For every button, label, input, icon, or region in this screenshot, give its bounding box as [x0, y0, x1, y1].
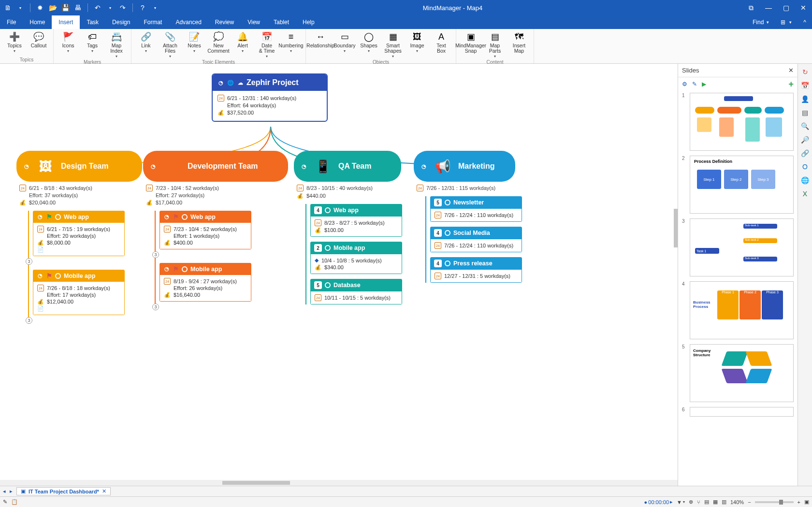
tab-home[interactable]: Home [23, 15, 52, 29]
slide-preview[interactable]: Task 1Sub-task 1Sub-task 2Sub-task 3 [690, 218, 794, 276]
branch-header[interactable]: ◔🖼Design Team [16, 151, 142, 182]
branch-header[interactable]: ◔📢Marketing [414, 151, 515, 182]
status-view3-icon[interactable]: ▥ [722, 499, 726, 505]
branch-development-team[interactable]: ◔Development Team247/23 - 10/4 : 52 work… [143, 151, 288, 314]
rail-outlook-icon[interactable]: O [800, 161, 811, 172]
canvas[interactable]: ◔ 🌐 ☁ Zephir Project 246/21 - 12/31 : 14… [0, 64, 678, 486]
find-button[interactable]: Find ▾ [747, 15, 775, 29]
rail-calendar-icon[interactable]: 📅 [800, 80, 811, 91]
numbering-button[interactable]: ≡Numbering▾ [279, 30, 303, 54]
slide-thumb-1[interactable]: 1 [682, 93, 794, 151]
slide-preview[interactable] [690, 407, 794, 417]
subtask-database[interactable]: 5Database2410/11 - 10/15 : 5 workday(s) [310, 279, 402, 304]
tab-file[interactable]: File [0, 15, 23, 29]
status-zoom-out-icon[interactable]: − [748, 499, 751, 505]
slide-thumb-6[interactable]: 6 [682, 407, 794, 417]
status-branch-icon[interactable]: ⑂ [697, 499, 700, 505]
expand-badge[interactable]: 3 [26, 317, 32, 324]
subtask-web-app[interactable]: 4Web app248/23 - 8/27 : 5 workday(s)💰$10… [310, 204, 402, 237]
subtask-web-app[interactable]: ◔⚑Web app246/21 - 7/15 : 19 workday(s)Ef… [33, 211, 125, 256]
newcomment-button[interactable]: 💭NewComment [207, 30, 230, 55]
smartshapes-button[interactable]: ▦SmartShapes▾ [381, 30, 405, 59]
tags-button[interactable]: 🏷Tags▾ [81, 30, 104, 54]
textbox-button[interactable]: ATextBox [430, 30, 453, 55]
slide-thumb-4[interactable]: 4Business ProcessPhase 1Phase 2Phase 3 [682, 281, 794, 339]
status-target-icon[interactable]: ⊕ [689, 499, 693, 505]
slide-thumb-3[interactable]: 3Task 1Sub-task 1Sub-task 2Sub-task 3 [682, 218, 794, 276]
minimize-icon[interactable]: — [763, 4, 774, 12]
snap-button[interactable]: ▣MindManagerSnap [459, 30, 482, 55]
slide-preview[interactable] [690, 93, 794, 151]
tab-task[interactable]: Task [80, 15, 105, 29]
tab-nav-right-icon[interactable]: ▸ [10, 488, 13, 494]
close-icon[interactable]: ✕ [798, 4, 809, 12]
image-button[interactable]: 🖼Image▾ [406, 30, 429, 54]
attach-button[interactable]: 📎AttachFiles▾ [159, 30, 182, 59]
branch-marketing[interactable]: ◔📢Marketing247/26 - 12/31 : 115 workday(… [414, 151, 515, 283]
play-icon[interactable]: ▶ [702, 81, 706, 87]
new-doc-icon[interactable]: 🗎 [3, 3, 13, 13]
insertmap-button[interactable]: 🗺InsertMap [508, 30, 531, 55]
slide-thumb-2[interactable]: 2Process DefinitionStep 1Step 2Step 3 [682, 156, 794, 214]
subtask-web-app[interactable]: ◔⚑Web app247/23 - 10/4 : 52 workday(s)Ef… [160, 211, 251, 249]
slide-thumb-5[interactable]: 5Company Structure [682, 344, 794, 402]
subtask-social-media[interactable]: 4Social Media247/26 - 12/24 : 110 workda… [430, 227, 522, 252]
rail-web-icon[interactable]: 🌐 [800, 175, 811, 186]
tab-design[interactable]: Design [105, 15, 137, 29]
ribbon-options-icon[interactable]: ⊞▾ [775, 15, 798, 29]
collapse-ribbon-icon[interactable]: ^ [798, 15, 812, 29]
rail-zoom-icon[interactable]: 🔍 [800, 121, 811, 131]
help-icon[interactable]: ? [138, 3, 147, 13]
branch-header[interactable]: ◔📱QA Team [294, 151, 401, 182]
slide-preview[interactable]: Company Structure [690, 344, 794, 402]
vertical-scrollbar[interactable] [674, 209, 678, 247]
mapindex-button[interactable]: 📇MapIndex▾ [105, 30, 128, 59]
dropdown-icon[interactable]: ▾ [105, 3, 115, 13]
status-clipboard-icon[interactable]: 📋 [11, 499, 18, 505]
undo-icon[interactable]: ↶ [93, 3, 102, 13]
alert-button[interactable]: 🔔Alert▾ [231, 30, 254, 54]
mapparts-button[interactable]: ▤MapParts▾ [483, 30, 507, 59]
edit-icon[interactable]: ✎ [692, 81, 697, 87]
status-timer-icon[interactable]: ● 00:00:00 ▸ [644, 499, 673, 505]
tab-format[interactable]: Format [137, 15, 169, 29]
rail-refresh-icon[interactable]: ↻ [800, 67, 811, 77]
branch-design-team[interactable]: ◔🖼Design Team246/21 - 8/18 : 43 workday(… [16, 151, 142, 328]
expand-badge[interactable]: 3 [152, 304, 159, 310]
subtask-newsletter[interactable]: 5Newsletter247/26 - 12/24 : 110 workday(… [430, 196, 522, 222]
slide-preview[interactable]: Business ProcessPhase 1Phase 2Phase 3 [690, 281, 794, 339]
boundary-button[interactable]: ▭Boundary▾ [333, 30, 356, 54]
expand-badge[interactable]: 3 [152, 251, 159, 258]
status-filter-icon[interactable]: ▼▾ [677, 499, 685, 505]
redo-icon[interactable]: ↷ [118, 3, 128, 13]
shapes-button[interactable]: ◯Shapes▾ [357, 30, 380, 54]
tab-help[interactable]: Help [296, 15, 321, 29]
dropdown-icon[interactable]: ▾ [15, 3, 25, 13]
open-icon[interactable]: 📂 [48, 3, 58, 13]
status-zoom-in-icon[interactable]: + [798, 499, 800, 505]
callout-button[interactable]: 💬Callout [27, 30, 50, 49]
status-fit-icon[interactable]: ▣ [804, 499, 809, 505]
relationship-button[interactable]: ↔Relationship [309, 30, 332, 49]
tab-view[interactable]: View [241, 15, 267, 29]
status-view1-icon[interactable]: ▤ [704, 499, 709, 505]
dropdown-icon[interactable]: ▾ [150, 3, 160, 13]
tab-review[interactable]: Review [208, 15, 241, 29]
slide-preview[interactable]: Process DefinitionStep 1Step 2Step 3 [690, 156, 794, 214]
subtask-mobile-app[interactable]: 2Mobile app◆10/4 - 10/8 : 5 workday(s)💰$… [310, 242, 402, 274]
tab-insert[interactable]: Insert [52, 15, 80, 29]
print-icon[interactable]: 🖶 [73, 3, 83, 13]
rail-layers-icon[interactable]: ▤ [800, 107, 811, 118]
status-pen-icon[interactable]: ✎ [3, 499, 7, 505]
close-panel-icon[interactable]: ✕ [788, 67, 794, 74]
maximize-icon[interactable]: ▢ [780, 4, 792, 12]
expand-badge[interactable]: 3 [26, 258, 32, 265]
status-zoom[interactable]: 140% [730, 499, 744, 505]
datetime-button[interactable]: 📅Date& Time▾ [255, 30, 278, 59]
notes-button[interactable]: 📝Notes▾ [183, 30, 206, 54]
root-node[interactable]: ◔ 🌐 ☁ Zephir Project 246/21 - 12/31 : 14… [212, 73, 328, 122]
rail-link-icon[interactable]: 🔗 [800, 148, 811, 159]
zoom-slider[interactable] [755, 501, 794, 503]
rail-user-icon[interactable]: 👤 [800, 94, 811, 104]
subtask-mobile-app[interactable]: ◔⚑Mobile app247/26 - 8/18 : 18 workday(s… [33, 270, 125, 315]
